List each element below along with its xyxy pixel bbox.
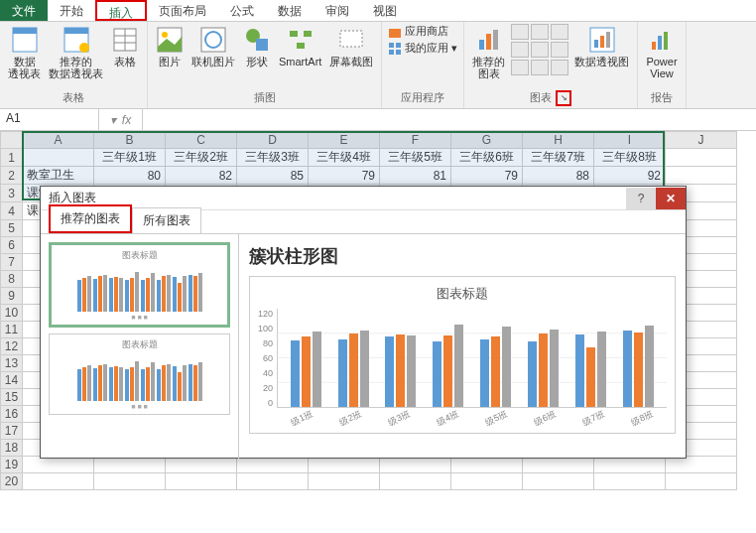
tab-layout[interactable]: 页面布局 <box>147 0 218 21</box>
cell[interactable]: 92 <box>594 167 666 185</box>
row-header[interactable]: 11 <box>1 322 23 338</box>
cell[interactable] <box>23 473 94 490</box>
cell[interactable]: 85 <box>237 167 309 185</box>
dialog-help-button[interactable]: ? <box>626 188 656 209</box>
tab-file[interactable]: 文件 <box>0 0 48 21</box>
cell[interactable]: 三年级4班 <box>309 149 380 167</box>
charts-launcher[interactable]: ↘ <box>556 90 571 106</box>
cell[interactable]: 教室卫生 <box>23 167 94 185</box>
powerview-button[interactable]: Power View <box>644 24 679 81</box>
cell[interactable] <box>237 457 309 473</box>
tab-data[interactable]: 数据 <box>266 0 314 21</box>
tab-view[interactable]: 视图 <box>361 0 409 21</box>
cell[interactable] <box>166 473 237 490</box>
cell[interactable] <box>594 473 666 490</box>
col-header[interactable]: D <box>237 132 309 149</box>
col-header[interactable]: E <box>309 132 380 149</box>
fx-button[interactable]: ▾fx <box>99 109 143 130</box>
cell[interactable] <box>380 457 451 473</box>
cell[interactable]: 三年级2班 <box>166 149 237 167</box>
cell[interactable] <box>94 473 166 490</box>
cell[interactable] <box>451 473 523 490</box>
online-picture-button[interactable]: 联机图片 <box>189 24 237 69</box>
cell[interactable]: 79 <box>309 167 380 185</box>
pivot-chart-button[interactable]: 数据透视图 <box>572 24 631 69</box>
col-header[interactable]: B <box>94 132 166 149</box>
col-header[interactable]: A <box>23 132 94 149</box>
name-box[interactable]: A1 <box>0 109 99 130</box>
col-header[interactable]: G <box>451 132 523 149</box>
col-header[interactable]: I <box>594 132 666 149</box>
row-header[interactable]: 3 <box>1 185 23 202</box>
row-header[interactable]: 15 <box>1 389 23 406</box>
cell[interactable]: 88 <box>523 167 594 185</box>
cell[interactable] <box>594 457 666 473</box>
row-header[interactable]: 20 <box>1 473 23 490</box>
row-header[interactable]: 5 <box>1 220 23 237</box>
row-header[interactable]: 19 <box>1 457 23 473</box>
row-header[interactable]: 7 <box>1 254 23 271</box>
cell[interactable]: 82 <box>166 167 237 185</box>
cell[interactable]: 81 <box>380 167 451 185</box>
app-store-button[interactable]: 应用商店 <box>388 24 448 39</box>
tab-insert[interactable]: 插入 <box>95 0 147 21</box>
row-header[interactable]: 18 <box>1 440 23 457</box>
col-header[interactable]: F <box>380 132 451 149</box>
tab-review[interactable]: 审阅 <box>314 0 361 21</box>
col-header[interactable]: C <box>166 132 237 149</box>
row-header[interactable]: 1 <box>1 149 23 167</box>
cell[interactable]: 三年级5班 <box>380 149 451 167</box>
cell[interactable] <box>666 167 737 185</box>
dialog-close-button[interactable]: ✕ <box>656 188 686 209</box>
screenshot-button[interactable]: 屏幕截图 <box>327 24 375 69</box>
dialog-tab-all[interactable]: 所有图表 <box>132 207 201 233</box>
tab-home[interactable]: 开始 <box>48 0 95 21</box>
rec-pivot-button[interactable]: 推荐的 数据透视表 <box>47 24 105 81</box>
cell[interactable]: 三年级8班 <box>594 149 666 167</box>
cell[interactable] <box>451 457 523 473</box>
cell[interactable] <box>166 457 237 473</box>
row-header[interactable]: 2 <box>1 167 23 185</box>
tab-formula[interactable]: 公式 <box>218 0 266 21</box>
formula-input[interactable] <box>143 109 756 130</box>
cell[interactable]: 79 <box>451 167 523 185</box>
rec-chart-button[interactable]: 推荐的 图表 <box>470 24 507 81</box>
smartart-button[interactable]: SmartArt <box>277 24 323 69</box>
cell[interactable]: 三年级6班 <box>451 149 523 167</box>
cell[interactable] <box>23 149 94 167</box>
cell[interactable] <box>237 473 309 490</box>
cell[interactable]: 三年级3班 <box>237 149 309 167</box>
cell[interactable] <box>380 473 451 490</box>
col-header[interactable]: H <box>523 132 594 149</box>
row-header[interactable]: 16 <box>1 406 23 423</box>
cell[interactable] <box>523 457 594 473</box>
row-header[interactable]: 10 <box>1 305 23 322</box>
cell[interactable]: 三年级7班 <box>523 149 594 167</box>
row-header[interactable]: 17 <box>1 423 23 440</box>
row-header[interactable]: 12 <box>1 338 23 355</box>
chart-palette[interactable] <box>511 24 568 75</box>
cell[interactable] <box>23 457 94 473</box>
dialog-tab-recommended[interactable]: 推荐的图表 <box>49 204 132 233</box>
pivot-table-button[interactable]: 数据 透视表 <box>6 24 43 81</box>
table-button[interactable]: 表格 <box>109 24 141 69</box>
cell[interactable] <box>666 473 737 490</box>
col-header[interactable]: J <box>666 132 737 149</box>
cell[interactable] <box>523 473 594 490</box>
cell[interactable] <box>309 473 380 490</box>
row-header[interactable]: 13 <box>1 355 23 372</box>
row-header[interactable]: 14 <box>1 372 23 389</box>
picture-button[interactable]: 图片 <box>154 24 186 69</box>
shapes-button[interactable]: 形状 <box>241 24 273 69</box>
my-apps-button[interactable]: 我的应用 ▾ <box>388 41 457 56</box>
thumb-clustered-bar[interactable]: 图表标题 ■ ■ ■ <box>49 242 230 328</box>
worksheet[interactable]: ABCDEFGHIJ1三年级1班三年级2班三年级3班三年级4班三年级5班三年级6… <box>0 131 756 523</box>
cell[interactable] <box>666 457 737 473</box>
cell[interactable] <box>309 457 380 473</box>
thumb-clustered-bar-2[interactable]: 图表标题 ■ ■ ■ <box>49 333 230 415</box>
row-header[interactable]: 8 <box>1 271 23 288</box>
cell[interactable]: 80 <box>94 167 166 185</box>
cell[interactable] <box>666 149 737 167</box>
row-header[interactable]: 9 <box>1 288 23 305</box>
row-header[interactable]: 6 <box>1 237 23 254</box>
